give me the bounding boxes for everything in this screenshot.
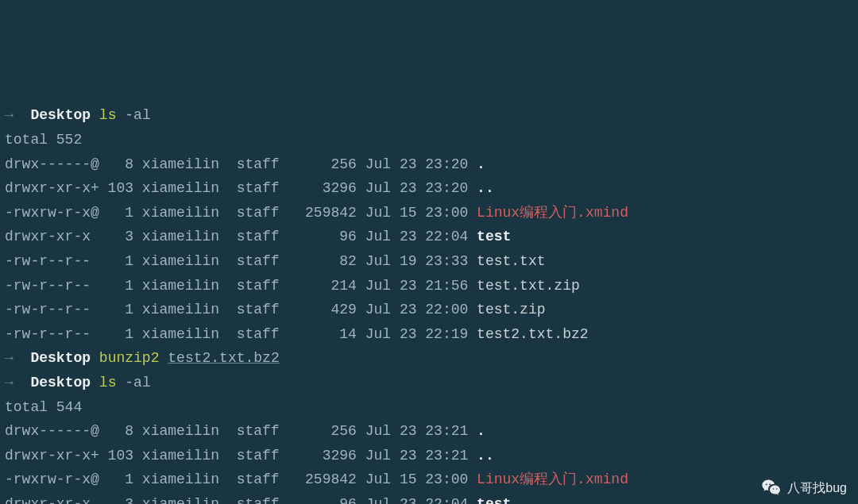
ls-row: -rw-r--r-- 1 xiameilin staff 82 Jul 19 2… (5, 249, 858, 274)
prompt-arrow-icon: → (5, 350, 14, 366)
file-name: Linux编程入门.xmind (477, 205, 628, 221)
file-name: Linux编程入门.xmind (477, 471, 628, 487)
cwd: Desktop (30, 107, 91, 123)
ls-total: total 544 (5, 395, 858, 420)
ls-row: drwx------@ 8 xiameilin staff 256 Jul 23… (5, 419, 858, 444)
command-args: -al (125, 107, 150, 123)
watermark-text: 八哥找bug (787, 477, 847, 498)
ls-total: total 552 (5, 128, 858, 152)
ls-row: drwxr-xr-x 3 xiameilin staff 96 Jul 23 2… (5, 492, 858, 504)
file-name: test (477, 229, 511, 244)
terminal-output: → Desktop ls -altotal 552drwx------@ 8 x… (5, 103, 858, 504)
prompt-line: → Desktop ls -al (5, 371, 858, 395)
file-name: test.zip (477, 302, 545, 317)
file-name: . (477, 423, 485, 439)
command: bunzip2 (99, 350, 160, 366)
cwd: Desktop (30, 375, 91, 391)
ls-row: -rw-r--r-- 1 xiameilin staff 429 Jul 23 … (5, 298, 858, 322)
prompt-line: → Desktop ls -al (5, 103, 858, 128)
ls-row: -rw-r--r-- 1 xiameilin staff 14 Jul 23 2… (5, 322, 858, 347)
watermark: 八哥找bug (760, 477, 847, 499)
ls-row: -rw-r--r-- 1 xiameilin staff 214 Jul 23 … (5, 274, 858, 298)
file-name: .. (477, 448, 494, 464)
prompt-arrow-icon: → (5, 375, 14, 391)
cwd: Desktop (30, 350, 91, 366)
ls-row: drwxr-xr-x+ 103 xiameilin staff 3296 Jul… (5, 176, 858, 201)
file-name: test.txt (477, 253, 545, 269)
command-args: test2.txt.bz2 (168, 350, 279, 366)
file-name: .. (477, 180, 494, 196)
prompt-arrow-icon: → (5, 107, 14, 123)
prompt-line: → Desktop bunzip2 test2.txt.bz2 (5, 346, 858, 371)
ls-row: drwxr-xr-x+ 103 xiameilin staff 3296 Jul… (5, 444, 858, 468)
ls-row: -rwxrw-r-x@ 1 xiameilin staff 259842 Jul… (5, 467, 858, 492)
command: ls (99, 107, 117, 123)
ls-row: drwx------@ 8 xiameilin staff 256 Jul 23… (5, 152, 858, 177)
command: ls (99, 375, 117, 391)
file-name: test2.txt.bz2 (477, 326, 588, 342)
ls-row: -rwxrw-r-x@ 1 xiameilin staff 259842 Jul… (5, 201, 858, 225)
ls-row: drwxr-xr-x 3 xiameilin staff 96 Jul 23 2… (5, 225, 858, 249)
wechat-icon (760, 477, 783, 499)
file-name: test.txt.zip (477, 278, 580, 294)
file-name: test (477, 496, 511, 504)
command-args: -al (125, 375, 150, 391)
file-name: . (477, 156, 485, 172)
